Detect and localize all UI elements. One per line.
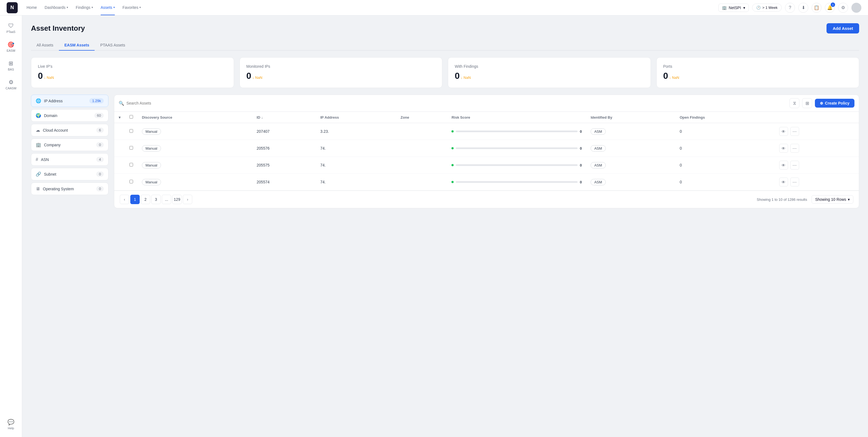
- row-checkbox-cell[interactable]: [125, 140, 137, 157]
- row-actions-cell: 👁 ⋯: [775, 123, 859, 140]
- row-checkbox[interactable]: [129, 163, 133, 166]
- page-prev-button[interactable]: ‹: [120, 195, 129, 204]
- row-zone: [396, 123, 447, 140]
- page-2-button[interactable]: 2: [141, 195, 150, 204]
- row-ip: 74.: [316, 157, 396, 174]
- nav-assets[interactable]: Assets ▾: [101, 0, 115, 15]
- page-1-button[interactable]: 1: [130, 195, 140, 204]
- page-next-button[interactable]: ›: [183, 195, 192, 204]
- row-id: 207407: [252, 123, 316, 140]
- notifications-button[interactable]: 🔔 1: [825, 3, 835, 13]
- create-policy-button[interactable]: ⊕ Create Policy: [815, 99, 855, 107]
- checkbox-col-header[interactable]: [125, 112, 137, 123]
- more-button[interactable]: ⋯: [790, 178, 799, 186]
- more-button[interactable]: ⋯: [790, 127, 799, 136]
- tab-easm-assets[interactable]: EASM Assets: [59, 40, 95, 51]
- chevron-down-icon: ▾: [92, 6, 93, 9]
- stat-ports: Ports 0 ↓ NaN: [656, 57, 860, 88]
- row-expand: [114, 140, 125, 157]
- assets-table-panel: 🔍 ⧖ ⊞ ⊕ Create Policy: [114, 95, 859, 208]
- tab-all-assets[interactable]: All Assets: [31, 40, 59, 51]
- asset-tabs: All Assets EASM Assets PTAAS Assets: [31, 40, 859, 51]
- app-logo[interactable]: N: [7, 2, 18, 13]
- help-button[interactable]: ?: [785, 3, 795, 13]
- col-discovery-source[interactable]: Discovery Source: [137, 112, 252, 123]
- more-button[interactable]: ⋯: [790, 144, 799, 153]
- nav-home[interactable]: Home: [27, 0, 37, 15]
- columns-button[interactable]: ⊞: [802, 98, 812, 108]
- table-row: Manual 205574 74. 0 ASM 0 👁 ⋯: [114, 174, 859, 191]
- col-identified-by: Identified By: [586, 112, 675, 123]
- row-ip: 3.23.: [316, 123, 396, 140]
- row-checkbox[interactable]: [129, 146, 133, 150]
- row-checkbox[interactable]: [129, 180, 133, 183]
- workspace-selector[interactable]: 🏢 NetSPI ▾: [718, 4, 749, 12]
- select-all-checkbox[interactable]: [129, 115, 133, 119]
- filter-domain[interactable]: 🌍 Domain 60: [31, 109, 108, 122]
- sidebar-item-caasm[interactable]: ⚙ CAASM: [2, 76, 21, 93]
- row-checkbox-cell[interactable]: [125, 174, 137, 191]
- view-button[interactable]: 👁: [779, 127, 788, 136]
- filter-asn[interactable]: # ASN 4: [31, 153, 108, 166]
- settings-button[interactable]: ⚙: [838, 3, 848, 13]
- add-asset-button[interactable]: Add Asset: [827, 23, 859, 33]
- col-id[interactable]: ID ↓: [252, 112, 316, 123]
- row-id: 205575: [252, 157, 316, 174]
- row-checkbox-cell[interactable]: [125, 157, 137, 174]
- row-identified-by: ASM: [586, 123, 675, 140]
- nav-dashboards[interactable]: Dashboards ▾: [44, 0, 68, 15]
- more-button[interactable]: ⋯: [790, 161, 799, 169]
- pagination-bar: ‹ 1 2 3 ... 129 › Showing 1 to 10 of 128…: [114, 191, 859, 208]
- page-title: Asset Inventory: [31, 24, 85, 33]
- sidebar-item-easm[interactable]: 🎯 EASM: [2, 38, 21, 55]
- download-button[interactable]: ⬇: [798, 3, 808, 13]
- filter-company[interactable]: 🏢 Company 0: [31, 138, 108, 151]
- row-identified-by: ASM: [586, 157, 675, 174]
- view-button[interactable]: 👁: [779, 161, 788, 169]
- row-discovery: Manual: [137, 174, 252, 191]
- sidebar-item-ptaas[interactable]: 🛡 PTaaS: [2, 20, 21, 36]
- page-last-button[interactable]: 129: [172, 195, 182, 204]
- page-3-button[interactable]: 3: [151, 195, 161, 204]
- discovery-tag: Manual: [142, 162, 161, 168]
- search-input[interactable]: [126, 101, 786, 105]
- sidebar-item-help[interactable]: 💬 Help: [2, 416, 21, 433]
- user-avatar[interactable]: [851, 3, 861, 13]
- filter-ip-address[interactable]: 🌐 IP Address 1.29k: [31, 95, 108, 107]
- row-checkbox[interactable]: [129, 129, 133, 133]
- notification-badge: 1: [831, 2, 835, 7]
- row-findings: 0: [675, 123, 775, 140]
- nav-links: Home Dashboards ▾ Findings ▾ Assets ▾ Fa…: [27, 0, 710, 15]
- nav-findings[interactable]: Findings ▾: [76, 0, 93, 15]
- filter-subnet[interactable]: 🔗 Subnet 0: [31, 168, 108, 180]
- row-expand: [114, 123, 125, 140]
- nav-favorites[interactable]: Favorites ▾: [123, 0, 141, 15]
- row-checkbox-cell[interactable]: [125, 123, 137, 140]
- help-icon: 💬: [7, 419, 14, 426]
- sort-icon: ↓: [261, 115, 263, 120]
- view-button[interactable]: 👁: [779, 144, 788, 153]
- row-findings: 0: [675, 174, 775, 191]
- tab-ptaas-assets[interactable]: PTAAS Assets: [95, 40, 130, 51]
- workspace-icon: 🏢: [722, 5, 727, 10]
- filter-cloud-account[interactable]: ☁ Cloud Account 6: [31, 124, 108, 136]
- filter-os[interactable]: 🖥 Operating System 0: [31, 183, 108, 195]
- reports-button[interactable]: 📋: [812, 3, 822, 13]
- nav-right: 🏢 NetSPI ▾ 🕐 > 1 Week ? ⬇ 📋 🔔 1 ⚙: [718, 3, 861, 13]
- pagination-right: Showing 1 to 10 of 1286 results Showing …: [757, 195, 853, 204]
- row-findings: 0: [675, 140, 775, 157]
- time-filter[interactable]: 🕐 > 1 Week: [752, 4, 782, 11]
- discovery-tag: Manual: [142, 145, 161, 152]
- view-button[interactable]: 👁: [779, 178, 788, 186]
- stat-monitored-ips: Monitored IPs 0 ↓ NaN: [240, 57, 442, 88]
- filter-button[interactable]: ⧖: [789, 98, 799, 108]
- easm-icon: 🎯: [7, 41, 14, 48]
- expand-col-header: ▾: [114, 112, 125, 123]
- table-row: Manual 207407 3.23. 0 ASM 0 👁 ⋯: [114, 123, 859, 140]
- row-findings: 0: [675, 157, 775, 174]
- assets-table-wrap: ▾ Discovery Source ID ↓ IP Address: [114, 112, 859, 191]
- rows-selector[interactable]: Showing 10 Rows ▾: [812, 195, 853, 204]
- row-zone: [396, 174, 447, 191]
- chevron-down-icon: ▾: [743, 5, 745, 10]
- sidebar-item-bas[interactable]: ⊞ BAS: [2, 57, 21, 74]
